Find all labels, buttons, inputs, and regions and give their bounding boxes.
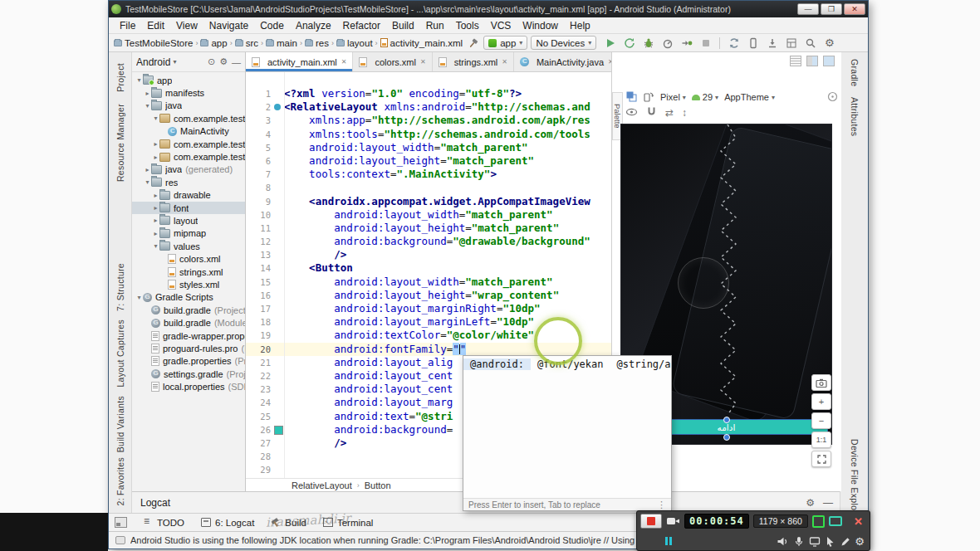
apply-changes-icon[interactable] <box>622 36 636 50</box>
menu-file[interactable]: File <box>114 18 141 33</box>
sync-project-icon[interactable] <box>727 36 741 50</box>
microphone-icon[interactable] <box>793 536 805 547</box>
tree-item-com-example-testmobile[interactable]: ▸com.example.testmobile <box>132 138 245 150</box>
breadcrumb-item-activity-main-xml[interactable]: activity_main.xml <box>380 38 463 48</box>
stop-icon[interactable] <box>698 36 713 50</box>
device-manager-icon[interactable] <box>746 36 760 50</box>
monitor-icon[interactable] <box>809 536 821 547</box>
layout-inspector-icon[interactable] <box>784 36 798 50</box>
code-line-18[interactable]: 18 android:layout_marginLeft="10dp" <box>246 315 611 329</box>
tool-stripe-build-variants[interactable]: Build Variants <box>115 396 125 452</box>
menu-navigate[interactable]: Navigate <box>203 18 254 33</box>
code-line-12[interactable]: 12 android:background="@drawable/backgro… <box>246 235 611 248</box>
project-view-select[interactable]: Android <box>136 56 170 68</box>
menu-tools[interactable]: Tools <box>450 18 485 33</box>
menu-build[interactable]: Build <box>386 18 420 33</box>
device-select[interactable]: No Devices ▾ <box>531 36 596 50</box>
breadcrumb-item-res[interactable]: res <box>305 38 329 48</box>
menu-window[interactable]: Window <box>517 18 564 33</box>
hide-panel-icon[interactable]: — <box>823 497 833 509</box>
tree-item-proguard-rules-pro[interactable]: proguard-rules.pro(ProGua <box>132 342 245 354</box>
color-swatch-icon[interactable] <box>271 423 284 436</box>
theme-picker[interactable]: AppTheme▾ <box>724 92 775 102</box>
tool-stripe-7-structure[interactable]: 7: Structure <box>115 263 125 311</box>
tree-item-manifests[interactable]: ▸manifests <box>132 86 245 99</box>
tool-stripe-2-favorites[interactable]: 2: Favorites <box>115 457 125 505</box>
breadcrumb-item-app[interactable]: app <box>200 38 227 48</box>
settings-gear-icon[interactable]: ⚙ <box>822 36 836 50</box>
tree-item-mainactivity[interactable]: MainActivity <box>132 125 245 138</box>
tree-item-gradle-wrapper-properties[interactable]: gradle-wrapper.properties(G <box>132 329 245 342</box>
selection-handle-top[interactable] <box>723 417 730 423</box>
breadcrumb-item-main[interactable]: main <box>266 38 297 48</box>
run-icon[interactable] <box>603 36 617 50</box>
tree-item-font[interactable]: ▸font <box>132 202 245 214</box>
hide-panel-icon[interactable]: — <box>232 57 241 67</box>
editor-tab-colors-xml[interactable]: colors.xml✕ <box>353 52 432 71</box>
gear-icon[interactable]: ⚙ <box>219 56 228 67</box>
menu-analyze[interactable]: Analyze <box>290 18 337 33</box>
code-line-15[interactable]: 15 android:layout_width="match_parent" <box>246 276 611 289</box>
code-line-11[interactable]: 11 android:layout_height="match_parent" <box>246 222 611 235</box>
breadcrumb-relativelayout[interactable]: RelativeLayout <box>292 480 352 490</box>
display-icon[interactable] <box>829 516 842 526</box>
tree-item-strings-xml[interactable]: strings.xml <box>132 266 245 278</box>
tree-chevron-icon[interactable]: ▾ <box>144 102 151 110</box>
code-line-6[interactable]: 6 android:layout_height="match_parent" <box>246 154 611 168</box>
tree-chevron-icon[interactable]: ▾ <box>144 178 151 186</box>
menu-vcs[interactable]: VCS <box>485 18 517 33</box>
locate-file-icon[interactable]: ⊙ <box>208 56 215 67</box>
toolwindow-button-logcat[interactable]: 6: Logcat <box>193 514 262 531</box>
tree-item-drawable[interactable]: ▸drawable <box>132 189 245 202</box>
region-select-icon[interactable] <box>812 515 825 528</box>
tree-chevron-icon[interactable]: ▾ <box>135 294 143 301</box>
code-line-9[interactable]: 9 <androidx.appcompat.widget.AppCompatIm… <box>246 195 611 208</box>
tree-item-res[interactable]: ▾res <box>132 176 245 188</box>
tree-chevron-icon[interactable]: ▸ <box>144 90 151 97</box>
tab-close-icon[interactable]: ✕ <box>341 58 347 66</box>
swap-arrows-icon[interactable]: ⇄ <box>665 107 674 119</box>
tree-item-values[interactable]: ▾values <box>132 240 245 252</box>
breadcrumb-item-testmobilestore[interactable]: TestMobileStore <box>114 38 193 48</box>
eye-icon[interactable] <box>625 107 638 119</box>
editor-tab-mainactivity-java[interactable]: MainActivity.java✕ <box>514 52 611 71</box>
code-line-4[interactable]: 4 xmlns:tools="http://schemas.android.co… <box>246 128 611 141</box>
menu-code[interactable]: Code <box>254 18 290 33</box>
code-line-1[interactable]: 1<?xml version="1.0" encoding="utf-8"?> <box>246 87 611 100</box>
menu-run[interactable]: Run <box>420 18 450 33</box>
tree-chevron-icon[interactable]: ▸ <box>152 140 159 148</box>
code-line-2[interactable]: 2<RelativeLayout xmlns:android="http://s… <box>246 100 611 114</box>
toolwindow-button-todo[interactable]: TODO <box>135 514 193 531</box>
recorder-settings-icon[interactable]: ⚙ <box>855 536 866 547</box>
speaker-icon[interactable] <box>777 536 789 547</box>
tree-item-settings-gradle[interactable]: settings.gradle(Project Setti <box>132 368 245 380</box>
tree-item-java[interactable]: ▾java <box>132 100 245 112</box>
tree-item-gradle-scripts[interactable]: ▾Gradle Scripts <box>132 291 245 304</box>
tree-item-gradle-properties[interactable]: gradle.properties(Project P <box>132 355 245 368</box>
code-line-14[interactable]: 14 <Button <box>246 261 611 275</box>
tree-chevron-icon[interactable]: ▸ <box>152 217 159 224</box>
tree-item-com-example-testmobile[interactable]: ▸com.example.testmobile <box>132 150 245 163</box>
code-line-3[interactable]: 3 xmlns:app="http://schemas.android.com/… <box>246 114 611 127</box>
tree-item-local-properties[interactable]: local.properties(SDK Locati <box>132 380 245 393</box>
tree-item-layout[interactable]: ▸layout <box>132 214 245 227</box>
breadcrumb-item-layout[interactable]: layout <box>336 38 373 48</box>
record-button[interactable] <box>640 514 662 529</box>
code-line-7[interactable]: 7 tools:context=".MainActivity"> <box>246 168 611 181</box>
code-line-16[interactable]: 16 android:layout_height="wrap_content" <box>246 289 611 302</box>
code-line-13[interactable]: 13 /> <box>246 248 611 261</box>
recorder-close-icon[interactable]: ✕ <box>850 515 866 528</box>
tree-item-java[interactable]: ▸java(generated) <box>132 163 245 176</box>
editor-tab-strings-xml[interactable]: strings.xml✕ <box>433 52 514 71</box>
tool-stripe-layout-captures[interactable]: Layout Captures <box>115 319 125 388</box>
api-picker[interactable]: 29▾ <box>692 92 718 102</box>
more-icon[interactable]: ⋮ <box>657 500 666 510</box>
tree-item-build-gradle[interactable]: build.gradle(Project: TestM <box>132 304 245 316</box>
menu-view[interactable]: View <box>170 18 203 33</box>
tree-chevron-icon[interactable]: ▾ <box>135 76 143 84</box>
close-button[interactable]: ✕ <box>844 3 865 15</box>
completion-item-string-app-name[interactable]: @string/app_name <box>610 358 671 370</box>
sdk-manager-icon[interactable] <box>765 36 779 50</box>
tool-stripe-device-file-explorer[interactable]: Device File Explorer <box>850 439 860 522</box>
orientation-icon[interactable] <box>643 90 654 104</box>
